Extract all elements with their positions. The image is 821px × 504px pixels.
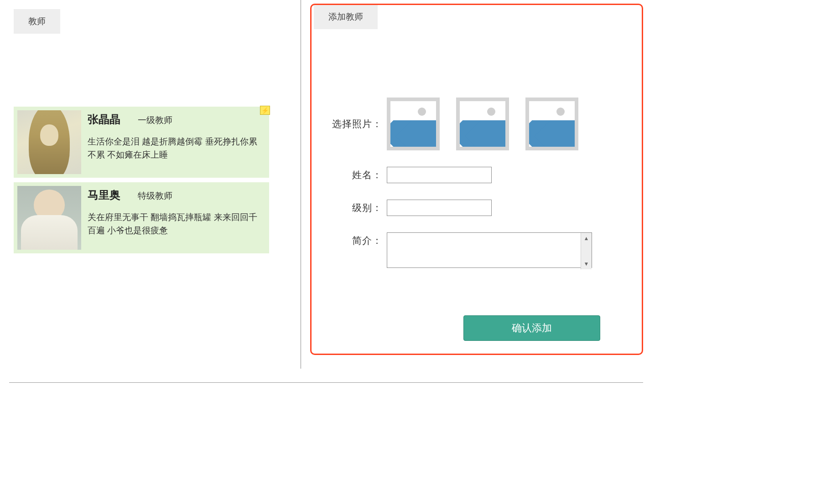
teacher-card[interactable]: 张晶晶 一级教师 生活你全是泪 越是折腾越倒霉 垂死挣扎你累不累 不如瘫在床上睡: [14, 107, 269, 178]
submit-row: 确认添加: [463, 315, 639, 341]
photo-slot[interactable]: [387, 98, 440, 150]
textarea-scroll[interactable]: ▲ ▼: [581, 233, 592, 269]
name-input[interactable]: [387, 167, 492, 183]
add-teacher-panel: 添加教师 选择照片： 姓名： 级别： 简介：: [301, 0, 643, 369]
label-intro: 简介：: [314, 232, 382, 247]
photo-picker: [387, 98, 578, 150]
photo-slot[interactable]: [525, 98, 578, 150]
teacher-info: 马里奥 特级教师 关在府里无事干 翻墙捣瓦摔瓶罐 来来回回千百遍 小爷也是很疲惫: [88, 186, 265, 250]
teacher-info: 张晶晶 一级教师 生活你全是泪 越是折腾越倒霉 垂死挣扎你累不累 不如瘫在床上睡: [88, 110, 265, 174]
form-row-intro: 简介： ▲ ▼: [314, 232, 639, 270]
teacher-desc: 关在府里无事干 翻墙捣瓦摔瓶罐 来来回回千百遍 小爷也是很疲惫: [88, 211, 265, 237]
form-row-level: 级别：: [314, 200, 639, 216]
panel-title-add-teacher: 添加教师: [314, 5, 378, 29]
avatar: [17, 110, 81, 174]
level-input[interactable]: [387, 200, 492, 216]
bolt-icon[interactable]: ⚡: [260, 106, 270, 115]
photo-slot[interactable]: [456, 98, 509, 150]
panel-title-teacher: 教师: [14, 9, 60, 34]
teacher-level: 一级教师: [138, 114, 172, 126]
teacher-list: ⚡ 张晶晶 一级教师 生活你全是泪 越是折腾越倒霉 垂死挣扎你累不累 不如瘫在床…: [14, 107, 269, 253]
teacher-level: 特级教师: [138, 190, 172, 202]
label-level: 级别：: [314, 200, 382, 214]
add-teacher-form: 选择照片： 姓名： 级别： 简介： ▲: [314, 98, 639, 341]
chevron-up-icon[interactable]: ▲: [581, 233, 592, 244]
avatar: [17, 186, 81, 250]
chevron-down-icon[interactable]: ▼: [581, 258, 592, 269]
form-row-name: 姓名：: [314, 167, 639, 183]
intro-textarea[interactable]: [387, 232, 592, 268]
teacher-desc: 生活你全是泪 越是折腾越倒霉 垂死挣扎你累不累 不如瘫在床上睡: [88, 135, 265, 162]
label-name: 姓名：: [314, 167, 382, 181]
form-row-photo: 选择照片：: [314, 98, 639, 150]
teacher-name: 马里奥: [88, 188, 120, 202]
teacher-name: 张晶晶: [88, 112, 120, 127]
main-container: 教师 ⚡ 张晶晶 一级教师 生活你全是泪 越是折腾越倒霉 垂死挣扎你累不累 不如…: [9, 0, 643, 383]
teacher-list-panel: 教师 ⚡ 张晶晶 一级教师 生活你全是泪 越是折腾越倒霉 垂死挣扎你累不累 不如…: [9, 0, 301, 369]
teacher-card[interactable]: 马里奥 特级教师 关在府里无事干 翻墙捣瓦摔瓶罐 来来回回千百遍 小爷也是很疲惫: [14, 182, 269, 253]
confirm-add-button[interactable]: 确认添加: [463, 315, 600, 341]
label-photo: 选择照片：: [314, 98, 382, 130]
